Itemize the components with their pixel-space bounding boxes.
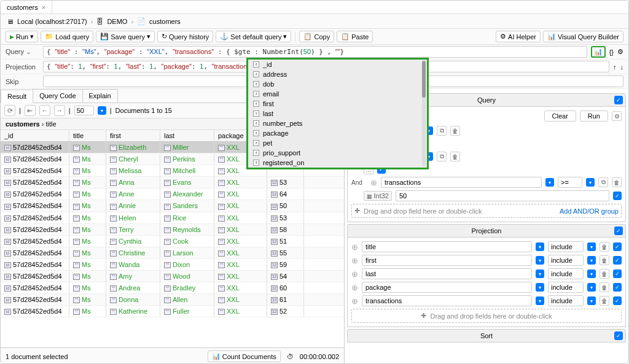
copy-icon[interactable]: ⧉ [437, 126, 447, 136]
projection-drop-zone[interactable]: ✚Drag and drop fields here or double-cli… [351, 309, 622, 323]
run-button[interactable]: Run ▾ [6, 31, 38, 42]
include-select[interactable] [548, 241, 584, 252]
autocomplete-item[interactable]: f_id [248, 60, 427, 69]
type-badge[interactable]: ▦ Int32 [364, 191, 392, 201]
tab-explain[interactable]: Explain [82, 89, 118, 103]
projection-field-input[interactable] [362, 268, 532, 279]
autocomplete-item[interactable]: ffirst [248, 99, 427, 109]
include-select[interactable] [548, 268, 584, 279]
trash-icon[interactable]: 🗑 [600, 255, 609, 265]
table-row[interactable]: id57d28452ed5d4""Ms""Katherine""Fuller""… [1, 306, 344, 317]
save-query-button[interactable]: 💾 Save query ▾ [96, 31, 155, 42]
drag-handle-icon[interactable]: ⊕ [351, 296, 358, 306]
breadcrumb-conn[interactable]: Local (localhost:27017) [17, 18, 87, 25]
sort-up-icon[interactable]: ↑ [613, 63, 617, 71]
tab-query-code[interactable]: Query Code [33, 89, 82, 103]
autocomplete-item[interactable]: fregistered_on [248, 158, 427, 168]
table-row[interactable]: id57d28452ed5d4""Ms""Terry""Reynolds""XX… [1, 224, 344, 236]
drag-handle-icon[interactable]: ⊕ [370, 178, 377, 187]
check-icon[interactable]: ✓ [614, 96, 623, 104]
table-row[interactable]: id57d28452ed5d4""Ms""Christine""Larson""… [1, 247, 344, 259]
page-size-input[interactable] [74, 106, 94, 115]
drop-zone[interactable]: ✚Drag and drop field here or double-clic… [351, 204, 622, 218]
autocomplete-item[interactable]: fpackage [248, 128, 427, 138]
dropdown-icon[interactable]: ▾ [536, 283, 544, 292]
autocomplete-item[interactable]: fpet [248, 138, 427, 148]
field-dropdown-icon[interactable]: ▾ [545, 178, 554, 187]
check-icon[interactable]: ✓ [613, 256, 622, 265]
check-icon[interactable]: ✓ [613, 269, 622, 278]
copy-icon[interactable]: ⧉ [437, 152, 447, 161]
breadcrumb-db[interactable]: DEMO [107, 18, 127, 25]
autocomplete-item[interactable]: fnumber_pets [248, 118, 427, 128]
dropdown-icon[interactable]: ▾ [536, 256, 544, 265]
check-icon[interactable]: ✓ [613, 283, 622, 292]
trash-icon[interactable]: 🗑 [600, 269, 609, 279]
dropdown-icon[interactable]: ▾ [536, 242, 544, 251]
table-row[interactable]: id57d28452ed5d4""Ms""Annie""Sanders""XXL… [1, 200, 344, 212]
copy-icon[interactable]: ⧉ [598, 177, 608, 187]
trash-icon[interactable]: 🗑 [600, 296, 609, 306]
check-icon[interactable]: ✓ [613, 242, 622, 251]
projection-field-input[interactable] [362, 295, 532, 306]
table-row[interactable]: id57d28452ed5d4""Ms""Andrea""Bradley""XX… [1, 282, 344, 294]
autocomplete-item[interactable]: faddress [248, 69, 427, 79]
drag-handle-icon[interactable]: ⊕ [351, 269, 358, 279]
clear-button[interactable]: Clear [544, 110, 576, 122]
vqb-toggle-icon[interactable]: 📊 [591, 46, 606, 58]
prev-page-icon[interactable]: ← [39, 105, 50, 116]
dropdown-icon[interactable]: ▾ [536, 296, 544, 305]
options-icon[interactable]: ⚙ [617, 48, 623, 56]
table-row[interactable]: id57d28452ed5d4""Ms""Wanda""Dixon""XXL32… [1, 259, 344, 271]
run-query-button[interactable]: Run [580, 110, 608, 122]
code-view-icon[interactable]: {} [609, 48, 614, 56]
col-first[interactable]: first [106, 130, 160, 141]
trash-icon[interactable]: 🗑 [450, 126, 460, 136]
col-title[interactable]: title [69, 130, 106, 141]
dropdown-icon[interactable]: ▾ [587, 269, 596, 278]
query-history-button[interactable]: ↻ Query history [157, 31, 213, 42]
projection-field-input[interactable] [362, 282, 532, 293]
drag-handle-icon[interactable]: ⊕ [351, 256, 358, 265]
table-row[interactable]: id57d28452ed5d4""Ms""Helen""Rice""XXL325… [1, 212, 344, 224]
dropdown-icon[interactable]: ▾ [587, 256, 596, 265]
col-last[interactable]: last [160, 130, 214, 141]
check-icon[interactable]: ✓ [613, 192, 622, 200]
col-id[interactable]: _id [1, 130, 69, 141]
next-page-icon[interactable]: → [54, 105, 65, 116]
tab-customers[interactable]: customers × [1, 1, 52, 14]
page-size-dropdown-icon[interactable]: ▾ [98, 106, 106, 115]
include-select[interactable] [548, 282, 584, 293]
table-row[interactable]: id57d28452ed5d4""Ms""Amy""Wood""XXL3254 [1, 271, 344, 282]
autocomplete-item[interactable]: fprio_support [248, 148, 427, 158]
trash-icon[interactable]: 🗑 [450, 152, 460, 161]
value-input[interactable] [396, 190, 609, 201]
projection-field-input[interactable] [362, 241, 532, 252]
paste-button[interactable]: 📋 Paste [337, 31, 373, 42]
refresh-icon[interactable]: ⟳ [4, 105, 15, 116]
include-select[interactable] [548, 255, 584, 266]
sort-section-header[interactable]: Sort ✓ [347, 329, 626, 343]
dropdown-icon[interactable]: ▾ [587, 283, 596, 292]
query-label[interactable]: Query [6, 48, 39, 56]
autocomplete-item[interactable]: flast [248, 109, 427, 118]
table-row[interactable]: id57d28452ed5d4""Ms""Donna""Allen""XXL32… [1, 294, 344, 306]
sort-down-icon[interactable]: ↓ [620, 63, 624, 71]
visual-query-builder-button[interactable]: 📊 Visual Query Builder [543, 31, 623, 42]
gear-icon[interactable] [612, 111, 622, 121]
op-dropdown-icon[interactable]: ▾ [586, 178, 595, 187]
autocomplete-item[interactable]: fdob [248, 79, 427, 89]
count-documents-button[interactable]: 📊 Count Documents [208, 350, 281, 362]
include-select[interactable] [548, 295, 584, 306]
check-icon[interactable]: ✓ [614, 331, 623, 340]
table-row[interactable]: id57d28452ed5d4""Ms""Anna""Evans""XXL325… [1, 177, 344, 188]
breadcrumb-coll[interactable]: customers [149, 18, 181, 25]
tab-result[interactable]: Result [1, 90, 33, 103]
scrollbar[interactable] [422, 61, 426, 166]
query-input[interactable]: { "title" : "Ms", "package" : "XXL", "tr… [43, 46, 587, 58]
first-page-icon[interactable]: ⇤ [25, 105, 36, 116]
drag-handle-icon[interactable]: ⊕ [351, 283, 358, 292]
check-icon[interactable]: ✓ [614, 227, 623, 235]
close-icon[interactable]: × [42, 4, 45, 11]
load-query-button[interactable]: 📁 Load query [41, 31, 93, 42]
